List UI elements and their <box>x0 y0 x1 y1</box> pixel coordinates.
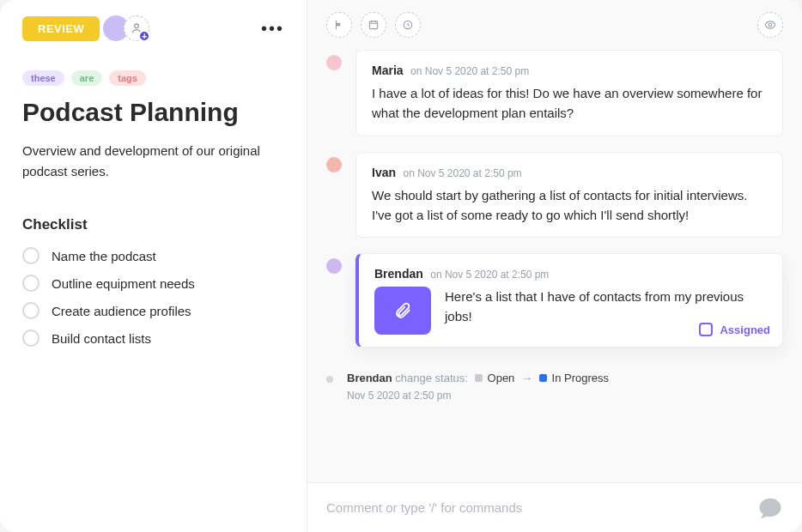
tag[interactable]: these <box>22 70 64 86</box>
assigned-label: Assigned <box>720 323 770 336</box>
checkbox-icon[interactable] <box>22 247 39 264</box>
checkbox-icon[interactable] <box>699 323 713 336</box>
checklist-item-label: Build contact lists <box>52 331 151 346</box>
assigned-badge[interactable]: Assigned <box>699 323 770 336</box>
comment-time: on Nov 5 2020 at 2:50 pm <box>430 269 549 281</box>
status-from: Open <box>475 372 515 384</box>
set-priority-button[interactable] <box>326 12 352 38</box>
flag-icon <box>333 19 345 31</box>
status-color-icon <box>539 374 547 382</box>
eye-icon <box>764 19 776 31</box>
comment-header: Brendan on Nov 5 2020 at 2:50 pm <box>374 266 767 281</box>
task-title[interactable]: Podcast Planning <box>22 98 284 127</box>
set-date-button[interactable] <box>361 12 386 38</box>
comment-input[interactable] <box>326 500 757 515</box>
checklist-item[interactable]: Create audience profiles <box>22 302 284 319</box>
checklist-heading: Checklist <box>22 216 284 233</box>
right-toolbar <box>307 0 802 50</box>
checklist-item[interactable]: Name the podcast <box>22 247 284 264</box>
comment-card[interactable]: Maria on Nov 5 2020 at 2:50 pm I have a … <box>355 50 783 136</box>
comment-row: Ivan on Nov 5 2020 at 2:50 pm We should … <box>307 152 783 239</box>
comment-time: on Nov 5 2020 at 2:50 pm <box>403 167 521 179</box>
status-to: In Progress <box>539 372 609 384</box>
calendar-icon <box>368 19 380 31</box>
set-time-button[interactable] <box>395 12 421 38</box>
comment-row: Brendan on Nov 5 2020 at 2:50 pm Here's … <box>307 253 783 348</box>
left-panel: REVIEW + ••• these are tags Podcast Plan… <box>0 0 307 532</box>
status-verb: change status: <box>395 372 468 384</box>
svg-point-0 <box>135 24 139 28</box>
checklist-item[interactable]: Build contact lists <box>22 329 284 347</box>
clock-icon <box>402 19 414 31</box>
comment-row: Maria on Nov 5 2020 at 2:50 pm I have a … <box>307 50 783 136</box>
tag-list: these are tags <box>22 70 284 86</box>
comment-header: Ivan on Nov 5 2020 at 2:50 pm <box>372 165 767 180</box>
avatar[interactable] <box>326 258 342 274</box>
status-author: Brendan <box>347 372 392 384</box>
avatar[interactable] <box>326 55 342 70</box>
checklist-item-label: Name the podcast <box>52 249 156 263</box>
svg-point-3 <box>769 23 772 27</box>
status-dot-icon <box>326 376 333 383</box>
status-color-icon <box>475 374 483 382</box>
assignee-avatars: + <box>108 15 149 41</box>
status-change-row: Brendan change status: Open → In Progres… <box>307 372 783 402</box>
right-panel: Maria on Nov 5 2020 at 2:50 pm I have a … <box>307 0 802 532</box>
chat-bubble-icon[interactable] <box>757 495 783 521</box>
status-from-label: Open <box>488 372 515 384</box>
checklist-item-label: Outline equipment needs <box>52 276 195 291</box>
comment-card-assigned[interactable]: Brendan on Nov 5 2020 at 2:50 pm Here's … <box>355 253 783 348</box>
comment-composer <box>307 482 802 532</box>
paperclip-icon <box>393 301 412 320</box>
plus-icon: + <box>138 30 150 42</box>
comment-body: Here's a list that I have of contacts fr… <box>445 287 767 327</box>
review-button[interactable]: REVIEW <box>22 16 100 41</box>
app-window: REVIEW + ••• these are tags Podcast Plan… <box>0 0 802 532</box>
attachment-thumbnail[interactable] <box>374 287 431 335</box>
svg-rect-1 <box>369 21 377 29</box>
comment-author: Maria <box>372 63 404 77</box>
comment-card[interactable]: Ivan on Nov 5 2020 at 2:50 pm We should … <box>355 152 783 239</box>
tag[interactable]: tags <box>109 70 146 86</box>
activity-feed: Maria on Nov 5 2020 at 2:50 pm I have a … <box>307 50 802 482</box>
comment-header: Maria on Nov 5 2020 at 2:50 pm <box>372 63 767 78</box>
more-menu-button[interactable]: ••• <box>261 19 284 39</box>
arrow-right-icon: → <box>521 372 532 384</box>
checkbox-icon[interactable] <box>22 275 39 292</box>
checkbox-icon[interactable] <box>22 329 39 347</box>
tag[interactable]: are <box>71 70 103 86</box>
avatar[interactable] <box>326 157 342 172</box>
comment-author: Brendan <box>374 267 423 281</box>
status-change-time: Nov 5 2020 at 2:50 pm <box>347 390 612 402</box>
task-description[interactable]: Overview and development of our original… <box>22 141 284 182</box>
checklist-item[interactable]: Outline equipment needs <box>22 275 284 292</box>
status-change-body: Brendan change status: Open → In Progres… <box>347 372 612 402</box>
comment-time: on Nov 5 2020 at 2:50 pm <box>410 65 529 77</box>
checklist-item-label: Create audience profiles <box>52 304 191 318</box>
status-to-label: In Progress <box>552 372 609 384</box>
comment-author: Ivan <box>372 166 396 179</box>
watch-button[interactable] <box>757 12 783 38</box>
comment-body: I have a lot of ideas for this! Do we ha… <box>372 83 767 124</box>
checkbox-icon[interactable] <box>22 302 39 319</box>
left-top-bar: REVIEW + ••• <box>22 15 284 41</box>
add-assignee-button[interactable]: + <box>124 15 149 41</box>
comment-body: We should start by gathering a list of c… <box>372 185 767 226</box>
